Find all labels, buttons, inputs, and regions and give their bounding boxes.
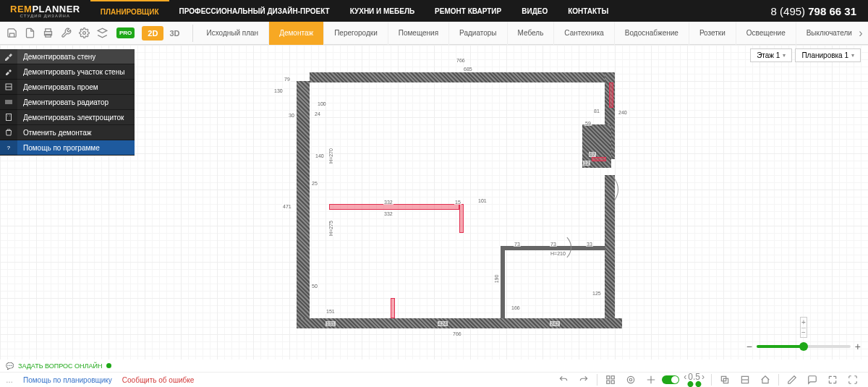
dim: 73 (514, 242, 521, 247)
zoom-thumb[interactable] (799, 342, 808, 351)
nav-renovation[interactable]: РЕМОНТ КВАРТИР (425, 0, 511, 22)
layout-selector[interactable]: Планировка 1 (795, 48, 861, 62)
demolition-wall-4[interactable] (592, 157, 606, 161)
fullscreen-icon[interactable] (823, 373, 842, 387)
tab-radiators[interactable]: Радиаторы (449, 22, 507, 45)
opening-icon (0, 80, 17, 95)
demolition-wall-1[interactable] (329, 204, 459, 210)
nav-design-project[interactable]: ПРОФЕССИОНАЛЬНЫЙ ДИЗАЙН-ПРОЕКТ (169, 0, 340, 22)
zoom-plus-icon[interactable]: + (855, 341, 861, 352)
home-icon[interactable] (756, 373, 775, 387)
floor-selector[interactable]: Этаж 1 (750, 48, 792, 62)
dim: 471 (282, 204, 292, 209)
dim: 766 (452, 331, 462, 336)
redo-icon[interactable] (574, 373, 593, 387)
nav-kitchens[interactable]: КУХНИ И МЕБЕЛЬ (340, 0, 425, 22)
tool-help[interactable]: ?Помощь по программе (0, 140, 135, 156)
tab-demolition[interactable]: Демонтаж (269, 22, 324, 45)
demolition-wall-2[interactable] (459, 204, 464, 233)
view-toggle: 2D 3D (142, 26, 185, 41)
help-link[interactable]: Помощь по планировщику (23, 376, 112, 384)
wall-left[interactable] (297, 81, 310, 320)
tools-icon[interactable] (58, 25, 74, 41)
tool-demolish-wall-section[interactable]: Демонтировать участок стены (0, 64, 135, 80)
main-nav: REMPLANNER СТУДИЯ ДИЗАЙНА ПЛАНИРОВЩИК ПР… (0, 0, 868, 22)
dim: 151 (326, 309, 336, 314)
tab-partitions[interactable]: Перегородки (324, 22, 388, 45)
layers-icon[interactable] (94, 25, 110, 41)
zoom-in-button[interactable]: + (801, 318, 806, 326)
export-icon[interactable] (22, 25, 38, 41)
footer-tools: ‹0.5› ⬤ ⬤ (554, 373, 862, 387)
zoom-out-button[interactable]: − (801, 328, 806, 336)
online-status[interactable]: 💬 ЗАДАТЬ ВОПРОС ОНЛАЙН (0, 360, 868, 372)
demolition-wall-3[interactable] (391, 298, 395, 318)
tab-plumbing[interactable]: Сантехника (554, 22, 615, 45)
tab-switches[interactable]: Выключатели (796, 22, 854, 45)
floorplan[interactable]: 766 685 79 130 30 100 24 140 H=270 471 H… (297, 59, 637, 345)
svg-text:?: ? (7, 145, 11, 151)
tool-demolish-radiator[interactable]: Демонтировать радиатор (0, 95, 135, 110)
view-3d-button[interactable]: 3D (163, 26, 185, 41)
copy-icon[interactable] (715, 373, 734, 387)
tabs-scroll-right-icon[interactable]: › (854, 27, 868, 40)
nav-contacts[interactable]: КОНТАКТЫ (558, 0, 618, 22)
dim: 130 (273, 88, 284, 93)
grid-icon[interactable] (601, 373, 620, 387)
save-icon[interactable] (4, 25, 20, 41)
wall-top[interactable] (310, 72, 613, 82)
tab-source-plan[interactable]: Исходный план (196, 22, 269, 45)
dim: 685 (463, 67, 473, 72)
help-icon: ? (0, 140, 17, 156)
step-right-icon[interactable]: › (702, 373, 705, 381)
pro-badge[interactable]: PRO (116, 27, 135, 38)
report-error-link[interactable]: Сообщить об ошибке (122, 376, 194, 384)
tab-water[interactable]: Водоснабжение (615, 22, 689, 45)
wall-inner-v[interactable] (501, 247, 505, 318)
grid-toggle[interactable] (662, 375, 679, 384)
expand-icon[interactable] (843, 373, 862, 387)
wall-bottom[interactable] (297, 318, 622, 328)
pencil-icon[interactable] (783, 373, 801, 387)
dim: 50 (311, 284, 318, 289)
tab-lighting[interactable]: Освещение (736, 22, 796, 45)
tab-rooms[interactable]: Помещения (388, 22, 449, 45)
nav-planner[interactable]: ПЛАНИРОВЩИК (90, 0, 169, 22)
footer-dash: … (6, 376, 13, 384)
plan-tabs: Исходный план Демонтаж Перегородки Помещ… (196, 22, 854, 45)
zoom-slider[interactable] (757, 345, 851, 348)
area-icon[interactable] (736, 373, 754, 387)
step-control[interactable]: ‹0.5› ⬤ ⬤ (684, 373, 705, 387)
print-icon[interactable] (40, 25, 56, 41)
svg-point-8 (7, 116, 8, 116)
logo-rem: REM (10, 4, 32, 14)
phone-number[interactable]: 8 (495) 798 66 31 (760, 5, 868, 17)
tool-demolish-wall[interactable]: Демонтировать стену (0, 49, 135, 64)
demolition-wall-5[interactable] (609, 82, 613, 108)
step-left-icon[interactable]: ‹ (684, 373, 686, 381)
tab-furniture[interactable]: Мебель (508, 22, 555, 45)
dim: 332 (383, 200, 393, 205)
tool-demolish-panel[interactable]: Демонтировать электрощиток (0, 110, 135, 125)
tool-demolish-opening[interactable]: Демонтировать проем (0, 80, 135, 95)
tab-sockets[interactable]: Розетки (689, 22, 736, 45)
svg-rect-11 (607, 376, 610, 379)
svg-point-16 (630, 378, 633, 381)
comment-icon[interactable] (803, 373, 822, 387)
svg-rect-12 (611, 376, 614, 379)
undo-icon[interactable] (554, 373, 573, 387)
zoom-minus-icon[interactable]: − (746, 341, 752, 352)
tool-undo-demolition[interactable]: Отменить демонтаж (0, 125, 135, 140)
zoom-control: + − − + (746, 317, 861, 352)
view-2d-button[interactable]: 2D (142, 26, 163, 41)
online-dot-icon (106, 363, 111, 368)
dim: H=275 (328, 220, 333, 237)
dim: 332 (383, 211, 393, 216)
settings-icon[interactable] (76, 25, 92, 41)
ortho-icon[interactable] (642, 373, 660, 387)
logo[interactable]: REMPLANNER СТУДИЯ ДИЗАЙНА (0, 4, 90, 18)
toolbar: PRO 2D 3D Исходный план Демонтаж Перегор… (0, 22, 868, 45)
nav-video[interactable]: ВИДЕО (511, 0, 558, 22)
dim: H=210 (550, 251, 566, 256)
snap-icon[interactable] (621, 373, 640, 387)
